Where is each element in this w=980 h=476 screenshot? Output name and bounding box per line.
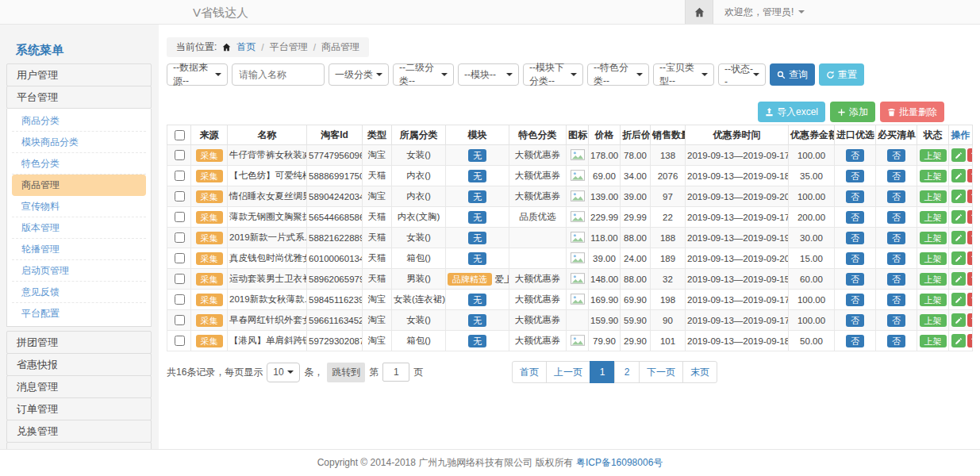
edit-button[interactable] <box>951 210 966 224</box>
sidebar-group-1[interactable]: 平台管理 <box>6 86 152 109</box>
search-button[interactable]: 查询 <box>770 63 815 86</box>
must-buy-toggle[interactable]: 否 <box>887 335 905 347</box>
edit-button[interactable] <box>951 169 966 182</box>
select-all-checkbox[interactable] <box>175 130 185 140</box>
delete-button[interactable] <box>967 272 973 286</box>
delete-button[interactable] <box>967 148 973 162</box>
breadcrumb-item-platform[interactable]: 平台管理 <box>270 40 308 54</box>
status-toggle[interactable]: 上架 <box>920 335 947 347</box>
jump-page-input[interactable] <box>382 363 409 382</box>
edit-button[interactable] <box>951 313 966 327</box>
must-buy-toggle[interactable]: 否 <box>887 273 905 286</box>
edit-button[interactable] <box>951 148 966 162</box>
delete-button[interactable] <box>967 190 973 203</box>
import-select-toggle[interactable]: 否 <box>846 232 864 244</box>
icp-link[interactable]: 粤ICP备16098006号 <box>576 457 663 468</box>
header-home-button[interactable] <box>685 0 713 24</box>
data-source-select[interactable]: --数据来源-- <box>167 63 228 86</box>
must-buy-toggle[interactable]: 否 <box>887 252 905 265</box>
page-number-button[interactable]: 2 <box>614 361 640 383</box>
import-select-toggle[interactable]: 否 <box>846 335 864 347</box>
sidebar-item-goods-category[interactable]: 商品分类 <box>12 110 146 132</box>
status-toggle[interactable]: 上架 <box>920 294 947 306</box>
row-checkbox[interactable] <box>175 171 185 181</box>
row-checkbox[interactable] <box>175 294 185 305</box>
sidebar-item-platform-config[interactable]: 平台配置 <box>12 303 146 324</box>
status-toggle[interactable]: 上架 <box>920 273 947 286</box>
import-select-toggle[interactable]: 否 <box>846 190 864 203</box>
sidebar-group-6[interactable]: 兑换管理 <box>6 420 152 443</box>
import-select-toggle[interactable]: 否 <box>846 211 864 224</box>
must-buy-toggle[interactable]: 否 <box>887 232 905 244</box>
level1-category-select[interactable]: 一级分类 <box>329 63 389 86</box>
row-checkbox[interactable] <box>175 274 185 284</box>
sidebar-item-promo-material[interactable]: 宣传物料 <box>12 196 146 217</box>
prev-page-button[interactable]: 上一页 <box>546 361 590 383</box>
status-toggle[interactable]: 上架 <box>920 190 947 203</box>
import-select-toggle[interactable]: 否 <box>846 273 864 286</box>
import-excel-button[interactable]: 导入excel <box>758 102 825 122</box>
sidebar-item-splash-management[interactable]: 启动页管理 <box>12 260 146 282</box>
delete-button[interactable] <box>967 251 973 265</box>
reset-button[interactable]: 重置 <box>819 63 864 86</box>
status-toggle[interactable]: 上架 <box>920 170 947 182</box>
batch-delete-button[interactable]: 批量删除 <box>880 102 944 122</box>
must-buy-toggle[interactable]: 否 <box>887 211 905 224</box>
edit-button[interactable] <box>951 293 966 306</box>
page-number-button[interactable]: 1 <box>590 361 615 383</box>
edit-button[interactable] <box>951 272 966 286</box>
breadcrumb-link-home[interactable]: 首页 <box>236 40 256 54</box>
sidebar-item-feature-category[interactable]: 特色分类 <box>12 153 146 175</box>
edit-button[interactable] <box>951 190 966 203</box>
status-select[interactable]: --状态-- <box>718 63 766 86</box>
next-page-button[interactable]: 下一页 <box>639 361 683 383</box>
row-checkbox[interactable] <box>175 253 185 263</box>
status-toggle[interactable]: 上架 <box>920 314 947 327</box>
sidebar-group-5[interactable]: 订单管理 <box>6 397 152 420</box>
feature-category-select[interactable]: --特色分类-- <box>587 63 649 86</box>
name-input[interactable] <box>232 63 325 86</box>
import-select-toggle[interactable]: 否 <box>846 314 864 327</box>
add-button[interactable]: 添加 <box>830 102 875 122</box>
delete-button[interactable] <box>967 293 973 306</box>
sidebar-group-4[interactable]: 消息管理 <box>6 375 152 398</box>
status-toggle[interactable]: 上架 <box>920 149 947 162</box>
edit-button[interactable] <box>951 231 966 244</box>
must-buy-toggle[interactable]: 否 <box>887 190 905 203</box>
import-select-toggle[interactable]: 否 <box>846 252 864 265</box>
edit-button[interactable] <box>951 251 966 265</box>
must-buy-toggle[interactable]: 否 <box>887 149 905 162</box>
sidebar-item-version-management[interactable]: 版本管理 <box>12 217 146 239</box>
row-checkbox[interactable] <box>175 191 185 202</box>
status-toggle[interactable]: 上架 <box>920 232 947 244</box>
level2-category-select[interactable]: --二级分类-- <box>393 63 454 86</box>
import-select-toggle[interactable]: 否 <box>846 149 864 162</box>
first-page-button[interactable]: 首页 <box>512 361 547 383</box>
row-checkbox[interactable] <box>175 212 185 222</box>
sidebar-group-3[interactable]: 省惠快报 <box>6 353 152 376</box>
import-select-toggle[interactable]: 否 <box>846 170 864 182</box>
must-buy-toggle[interactable]: 否 <box>887 294 905 306</box>
per-page-select[interactable]: 10 <box>267 363 300 382</box>
import-select-toggle[interactable]: 否 <box>846 294 864 306</box>
delete-button[interactable] <box>967 231 973 244</box>
status-toggle[interactable]: 上架 <box>920 211 947 224</box>
status-toggle[interactable]: 上架 <box>920 252 947 265</box>
row-checkbox[interactable] <box>175 315 185 325</box>
sidebar-item-carousel-management[interactable]: 轮播管理 <box>12 239 146 260</box>
delete-button[interactable] <box>967 169 973 182</box>
row-checkbox[interactable] <box>175 336 185 346</box>
delete-button[interactable] <box>967 334 973 347</box>
sidebar-group-2[interactable]: 拼团管理 <box>6 331 152 354</box>
delete-button[interactable] <box>967 210 973 224</box>
user-menu[interactable]: 欢迎您，管理员! <box>724 6 805 19</box>
module-subcategory-select[interactable]: --模块下分类-- <box>523 63 583 86</box>
item-type-select[interactable]: --宝贝类型-- <box>653 63 714 86</box>
must-buy-toggle[interactable]: 否 <box>887 314 905 327</box>
sidebar-group-0[interactable]: 用户管理 <box>6 63 152 86</box>
last-page-button[interactable]: 末页 <box>682 361 717 383</box>
must-buy-toggle[interactable]: 否 <box>887 170 905 182</box>
delete-button[interactable] <box>967 313 973 327</box>
sidebar-item-feedback[interactable]: 意见反馈 <box>12 282 146 303</box>
sidebar-item-goods-management[interactable]: 商品管理 <box>12 175 146 196</box>
